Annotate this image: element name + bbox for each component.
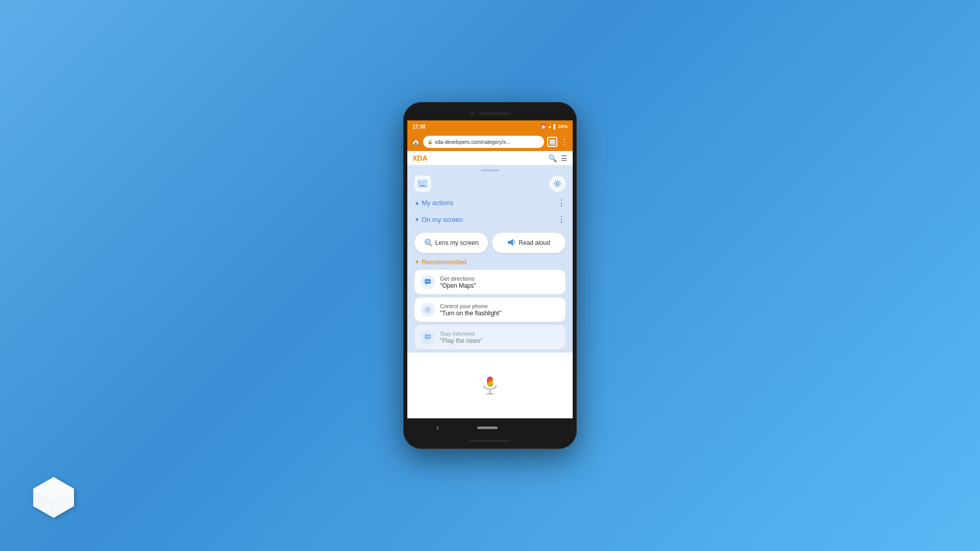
svg-rect-7 [423, 182, 424, 183]
overlay-top-icons [407, 173, 573, 196]
svg-point-28 [426, 336, 427, 337]
svg-rect-10 [421, 184, 422, 185]
speaker-icon [507, 238, 516, 248]
browser-menu-button[interactable]: ⋮ [560, 137, 569, 147]
my-actions-title-row[interactable]: ▲ My actions [414, 199, 453, 207]
status-bar: 17:38 ⏰ ▲ ▌ 20% [407, 120, 573, 133]
control-phone-text: Control your phone "Turn on the flashlig… [440, 303, 501, 317]
svg-rect-18 [508, 241, 510, 244]
svg-marker-19 [510, 239, 513, 246]
home-button[interactable] [477, 427, 498, 429]
my-actions-section: ▲ My actions ⋮ [407, 196, 573, 210]
cube-logo [31, 474, 77, 520]
assistant-mic-area [407, 353, 573, 418]
svg-rect-8 [425, 182, 426, 183]
my-actions-header: ▲ My actions ⋮ [414, 196, 566, 210]
xda-website-header: XDA 🔍 ☰ [407, 151, 573, 165]
get-directions-card[interactable]: Get directions "Open Maps" [414, 270, 566, 294]
my-actions-more-button[interactable]: ⋮ [557, 198, 566, 208]
status-time: 17:38 [412, 124, 426, 130]
recommended-chevron: ▼ [414, 259, 420, 265]
svg-line-16 [430, 244, 432, 246]
svg-marker-27 [426, 339, 428, 340]
ssl-lock-icon: 🔒 [427, 139, 433, 144]
control-phone-card[interactable]: Control your phone "Turn on the flashlig… [414, 297, 566, 322]
lens-my-screen-button[interactable]: Lens my screen [414, 233, 488, 253]
on-my-screen-more-button[interactable]: ⋮ [557, 215, 566, 224]
my-actions-label: My actions [422, 199, 453, 207]
stay-informed-text: Stay informed "Play the news" [440, 331, 482, 344]
browser-address-bar[interactable]: 🔒 xda-developers.com/category/x... [423, 136, 544, 148]
recommended-section: ▼ Recommended Ge [407, 256, 573, 353]
on-my-screen-title-row[interactable]: ▼ On my screen [414, 216, 463, 223]
stay-informed-card[interactable]: Stay informed "Play the news" [414, 325, 566, 349]
svg-point-17 [427, 241, 429, 243]
overlay-drag-handle[interactable] [407, 165, 573, 173]
alarm-icon: ⏰ [541, 124, 546, 129]
svg-point-23 [427, 281, 428, 282]
lens-my-screen-label: Lens my screen [435, 239, 479, 246]
svg-rect-13 [420, 185, 426, 186]
on-my-screen-buttons: Lens my screen Read aloud [407, 230, 573, 256]
on-my-screen-label: On my screen [422, 216, 463, 223]
back-button[interactable]: ‹ [436, 423, 439, 432]
wifi-icon: ▲ [548, 124, 552, 129]
get-directions-icon [421, 275, 435, 289]
read-aloud-label: Read aloud [519, 239, 550, 246]
control-phone-title: Control your phone [440, 303, 501, 309]
on-my-screen-section: ▼ On my screen ⋮ [407, 213, 573, 227]
get-directions-subtitle: "Open Maps" [440, 282, 476, 289]
phone-screen: 17:38 ⏰ ▲ ▌ 20% 🏠 🔒 xda-developers.com/c… [407, 106, 573, 445]
svg-rect-6 [421, 182, 422, 183]
settings-button[interactable] [549, 176, 566, 192]
my-actions-chevron: ▲ [414, 200, 420, 206]
xda-search-icon[interactable]: 🔍 [548, 154, 557, 162]
svg-point-30 [429, 336, 430, 337]
xda-logo: XDA [412, 154, 428, 162]
svg-point-22 [426, 281, 427, 282]
svg-rect-11 [423, 184, 424, 185]
control-phone-subtitle: "Turn on the flashlight" [440, 310, 501, 317]
front-camera [471, 111, 475, 115]
get-directions-text: Get directions "Open Maps" [440, 276, 476, 289]
xda-menu-icon[interactable]: ☰ [561, 154, 568, 162]
svg-point-24 [429, 281, 430, 282]
on-my-screen-chevron: ▼ [414, 217, 420, 222]
phone-bottom-hardware [407, 437, 573, 445]
battery-level: 20% [558, 124, 568, 129]
svg-rect-5 [419, 182, 420, 183]
svg-point-29 [427, 336, 428, 337]
svg-marker-21 [426, 284, 428, 285]
svg-point-25 [427, 309, 429, 311]
phone-bottom-bar [470, 440, 510, 442]
get-directions-title: Get directions [440, 276, 476, 282]
assistant-overlay: ▲ My actions ⋮ ▼ On my screen ⋮ [407, 165, 573, 418]
svg-point-14 [556, 183, 559, 185]
navigation-bar: ‹ [407, 418, 573, 437]
browser-home-icon[interactable]: 🏠 [411, 138, 420, 146]
read-aloud-button[interactable]: Read aloud [492, 233, 566, 253]
recommended-label: Recommended [422, 258, 467, 266]
status-indicators: ⏰ ▲ ▌ 20% [541, 124, 568, 129]
earpiece-speaker [479, 112, 509, 115]
lens-icon [424, 238, 432, 248]
svg-rect-31 [487, 377, 493, 387]
control-phone-icon [421, 303, 435, 317]
svg-rect-12 [425, 184, 426, 185]
browser-tabs-button[interactable]: ⬜ [547, 137, 557, 147]
stay-informed-icon [421, 330, 435, 344]
phone-frame: 17:38 ⏰ ▲ ▌ 20% 🏠 🔒 xda-developers.com/c… [403, 102, 577, 449]
browser-toolbar: 🏠 🔒 xda-developers.com/category/x... ⬜ ⋮ [407, 133, 573, 151]
microphone-button[interactable] [480, 375, 500, 396]
phone-top-hardware [407, 106, 573, 120]
signal-icon: ▌ [554, 124, 557, 129]
handle-bar [481, 169, 499, 171]
on-my-screen-header: ▼ On my screen ⋮ [414, 213, 566, 227]
stay-informed-title: Stay informed [440, 331, 482, 337]
svg-rect-9 [419, 184, 420, 185]
keyboard-button[interactable] [414, 176, 431, 192]
stay-informed-subtitle: "Play the news" [440, 337, 482, 344]
recommended-header[interactable]: ▼ Recommended [414, 258, 566, 266]
